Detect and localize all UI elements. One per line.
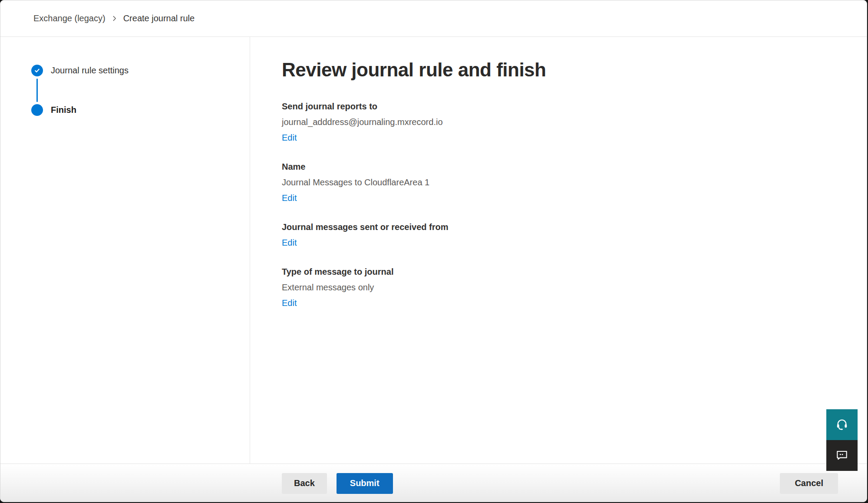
filled-dot-icon (31, 104, 43, 116)
section-label: Type of message to journal (282, 266, 841, 278)
breadcrumb: Exchange (legacy) Create journal rule (33, 13, 195, 23)
step-connector-line (36, 79, 38, 102)
main-row: Journal rule settings Finish Review jour… (0, 37, 867, 464)
back-button[interactable]: Back (282, 473, 327, 494)
footer-action-bar: Back Submit Cancel (0, 464, 867, 502)
submit-button[interactable]: Submit (337, 473, 393, 494)
feedback-button[interactable] (826, 440, 858, 471)
header-bar: Exchange (legacy) Create journal rule (0, 0, 867, 37)
section-label: Journal messages sent or received from (282, 221, 841, 233)
section-value: External messages only (282, 282, 841, 293)
breadcrumb-exchange-legacy[interactable]: Exchange (legacy) (33, 13, 106, 23)
section-label: Name (282, 161, 841, 173)
section-journal-messages-sent-or-received: Journal messages sent or received from E… (282, 221, 841, 249)
step-label-journal-rule-settings: Journal rule settings (51, 66, 129, 76)
feedback-icon (835, 448, 849, 463)
step-label-finish: Finish (51, 105, 76, 115)
section-label: Send journal reports to (282, 101, 841, 112)
cancel-button[interactable]: Cancel (780, 473, 838, 494)
section-name: Name Journal Messages to CloudflareArea … (282, 161, 841, 204)
section-value: journal_adddress@journaling.mxrecord.io (282, 116, 841, 128)
help-button[interactable] (826, 409, 858, 440)
create-journal-rule-wizard-window: Exchange (legacy) Create journal rule Jo… (0, 0, 867, 502)
edit-name-link[interactable]: Edit (282, 192, 297, 204)
edit-send-journal-reports-link[interactable]: Edit (282, 132, 297, 144)
section-value: Journal Messages to CloudflareArea 1 (282, 177, 841, 188)
review-content: Review journal rule and finish Send jour… (250, 37, 867, 464)
edit-scope-link[interactable]: Edit (282, 237, 297, 249)
headset-icon (835, 417, 849, 432)
wizard-steps-sidebar: Journal rule settings Finish (0, 37, 250, 464)
edit-message-type-link[interactable]: Edit (282, 297, 297, 309)
wizard-step-journal-rule-settings[interactable]: Journal rule settings (31, 65, 250, 76)
section-type-of-message: Type of message to journal External mess… (282, 266, 841, 309)
wizard-step-finish: Finish (31, 104, 250, 116)
breadcrumb-create-journal-rule: Create journal rule (123, 13, 195, 23)
check-icon (31, 65, 43, 76)
page-title: Review journal rule and finish (282, 59, 841, 82)
chevron-right-icon (112, 16, 117, 21)
section-send-journal-reports-to: Send journal reports to journal_adddress… (282, 101, 841, 144)
